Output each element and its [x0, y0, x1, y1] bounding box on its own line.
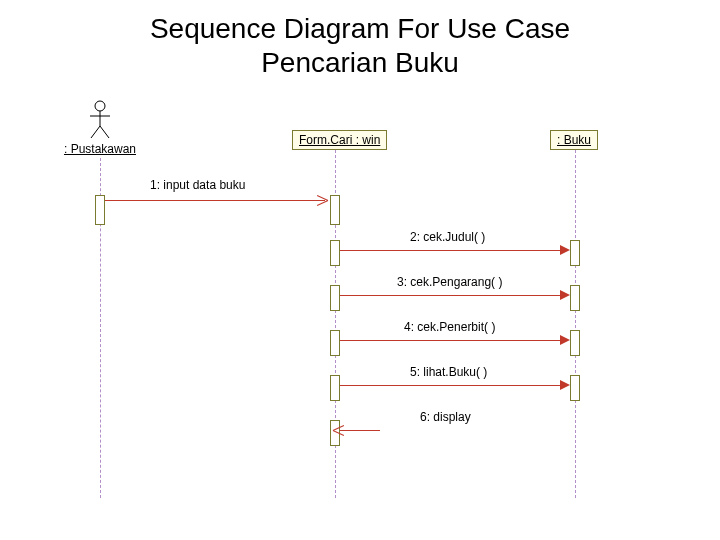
svg-line-3 [91, 126, 100, 138]
msg-6-label: 6: display [420, 410, 471, 424]
object-buku: : Buku [550, 130, 598, 150]
activation-buku-4 [570, 330, 580, 356]
activation-form-4 [330, 330, 340, 356]
msg-1-arrow [105, 200, 325, 201]
activation-form-5 [330, 375, 340, 401]
activation-buku-3 [570, 285, 580, 311]
title-line1: Sequence Diagram For Use Case [150, 13, 570, 44]
msg-5-arrow [340, 385, 565, 386]
msg-2-arrow [340, 250, 565, 251]
activation-form-2 [330, 240, 340, 266]
activation-form-3 [330, 285, 340, 311]
msg-3-arrow [340, 295, 565, 296]
actor-icon [88, 100, 112, 140]
diagram-title: Sequence Diagram For Use Case Pencarian … [0, 0, 720, 79]
msg-4-arrow [340, 340, 565, 341]
sequence-diagram: : Pustakawan Form.Cari : win : Buku 1: i… [0, 100, 720, 520]
activation-form-1 [330, 195, 340, 225]
title-line2: Pencarian Buku [261, 47, 459, 78]
msg-5-arrowhead [560, 380, 570, 390]
msg-1-arrowhead [318, 195, 328, 205]
msg-1-label: 1: input data buku [150, 178, 245, 192]
msg-2-label: 2: cek.Judul( ) [410, 230, 485, 244]
activation-actor-1 [95, 195, 105, 225]
activation-buku-2 [570, 240, 580, 266]
activation-buku-5 [570, 375, 580, 401]
msg-3-arrowhead [560, 290, 570, 300]
actor-label: : Pustakawan [60, 142, 140, 156]
object-form-cari: Form.Cari : win [292, 130, 387, 150]
msg-6-arrow [340, 430, 380, 431]
msg-3-label: 3: cek.Pengarang( ) [397, 275, 502, 289]
svg-point-0 [95, 101, 105, 111]
svg-line-4 [100, 126, 109, 138]
msg-4-arrowhead [560, 335, 570, 345]
msg-2-arrowhead [560, 245, 570, 255]
msg-4-label: 4: cek.Penerbit( ) [404, 320, 495, 334]
lifeline-buku [575, 150, 576, 498]
msg-6-arrowhead [333, 425, 343, 435]
msg-5-label: 5: lihat.Buku( ) [410, 365, 487, 379]
